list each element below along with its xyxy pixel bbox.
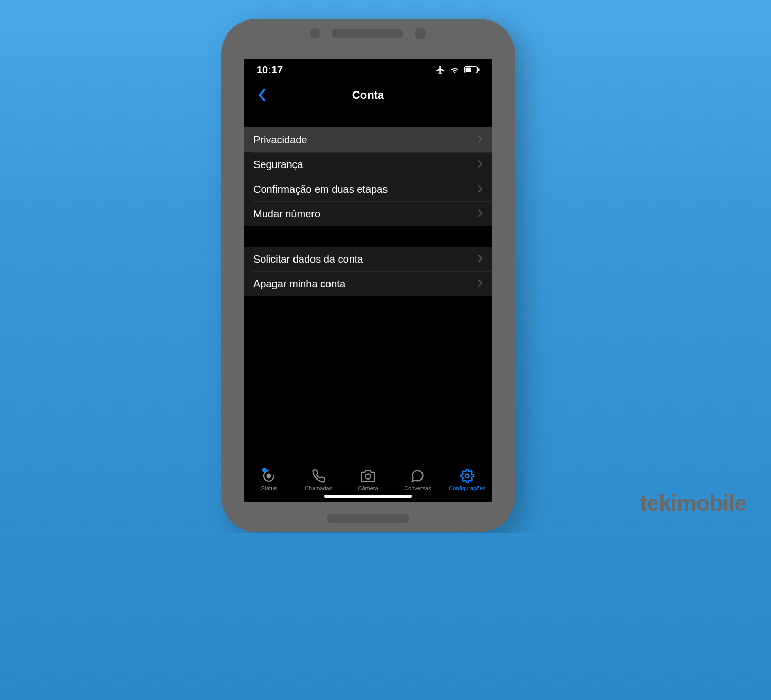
chevron-right-icon <box>478 183 483 195</box>
row-label: Solicitar dados da conta <box>253 253 363 265</box>
tab-label: Câmera <box>358 485 378 491</box>
nav-bar: Conta <box>244 81 492 109</box>
chat-icon <box>410 469 425 483</box>
row-label: Confirmação em duas etapas <box>253 183 388 195</box>
battery-icon <box>464 66 480 73</box>
airplane-icon <box>435 65 446 75</box>
svg-rect-2 <box>478 68 480 71</box>
screen: 10:17 Conta <box>244 59 492 502</box>
tab-label: Chamadas <box>305 485 332 491</box>
chevron-right-icon <box>478 253 483 265</box>
camera-icon <box>361 469 375 483</box>
row-label: Segurança <box>253 159 303 171</box>
row-label: Apagar minha conta <box>253 278 345 290</box>
wifi-icon <box>450 66 460 74</box>
tab-configuracoes[interactable]: Configurações <box>443 469 492 491</box>
row-seguranca[interactable]: Segurança <box>244 152 492 177</box>
row-solicitar-dados[interactable]: Solicitar dados da conta <box>244 247 492 271</box>
row-apagar-conta[interactable]: Apagar minha conta <box>244 271 492 296</box>
tab-label: Conversas <box>404 485 431 491</box>
back-button[interactable] <box>251 85 272 105</box>
page-title: Conta <box>244 88 492 102</box>
tab-label: Status <box>261 485 277 491</box>
tab-chamadas[interactable]: Chamadas <box>293 469 343 491</box>
tab-label: Configurações <box>449 485 485 491</box>
row-privacidade[interactable]: Privacidade <box>244 127 492 152</box>
chevron-right-icon <box>478 134 483 146</box>
brand-watermark: tekimobile <box>639 490 746 516</box>
svg-point-6 <box>465 474 469 478</box>
status-bar: 10:17 <box>244 59 492 81</box>
row-mudar-numero[interactable]: Mudar número <box>244 201 492 226</box>
row-confirmacao-duas-etapas[interactable]: Confirmação em duas etapas <box>244 177 492 201</box>
tab-camera[interactable]: Câmera <box>343 469 393 491</box>
phone-frame: 10:17 Conta <box>221 19 515 532</box>
row-label: Mudar número <box>253 208 320 220</box>
phone-sensors <box>310 28 426 39</box>
settings-section-2: Solicitar dados da conta Apagar minha co… <box>244 247 492 296</box>
phone-chin <box>327 514 409 523</box>
tab-conversas[interactable]: Conversas <box>393 469 442 491</box>
chevron-right-icon <box>478 159 483 171</box>
svg-rect-1 <box>466 68 471 72</box>
status-icons <box>435 65 480 75</box>
tab-status[interactable]: Status <box>244 469 293 491</box>
chevron-right-icon <box>478 278 483 290</box>
svg-point-4 <box>267 474 271 478</box>
settings-section-1: Privacidade Segurança Confirmação em dua… <box>244 127 492 226</box>
home-indicator[interactable] <box>324 495 412 498</box>
chevron-right-icon <box>478 208 483 220</box>
gear-icon <box>460 469 474 483</box>
phone-icon <box>311 469 326 483</box>
content-area: Privacidade Segurança Confirmação em dua… <box>244 109 492 464</box>
row-label: Privacidade <box>253 134 307 146</box>
status-time: 10:17 <box>256 64 283 76</box>
svg-point-5 <box>365 474 370 479</box>
